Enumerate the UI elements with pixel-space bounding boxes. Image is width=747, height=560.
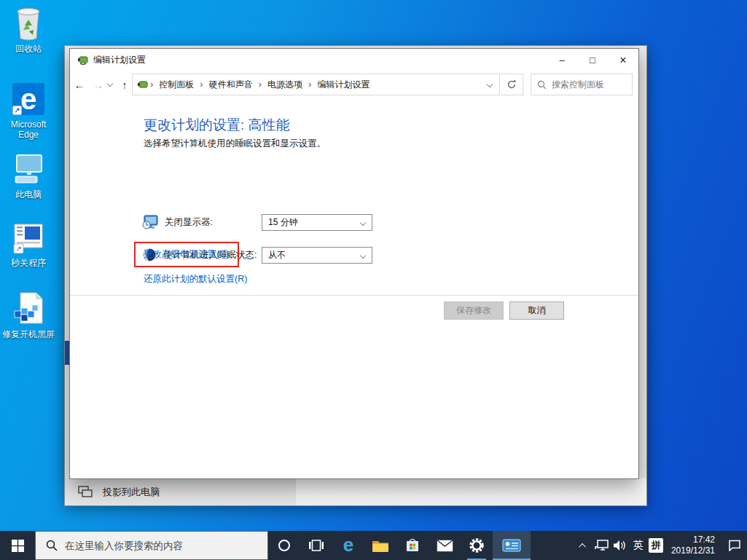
svg-text:↗: ↗	[15, 245, 21, 253]
folder-icon	[372, 539, 389, 553]
minimize-button[interactable]: –	[547, 50, 577, 71]
settings-button[interactable]	[461, 531, 493, 560]
navigation-bar: ← → ↑ › 控制面板 › 硬件和声音 › 电源选项 › 编辑计划设置	[70, 71, 638, 98]
address-bar[interactable]: › 控制面板 › 硬件和声音 › 电源选项 › 编辑计划设置	[132, 74, 500, 95]
turn-off-display-select[interactable]: 15 分钟	[262, 214, 372, 231]
desktop-icon-fix-black-screen[interactable]: 修复开机黑屏	[1, 290, 55, 339]
desktop-icon-label: 秒关程序	[1, 258, 55, 268]
breadcrumb-separator: ›	[307, 79, 313, 91]
volume-tray-button[interactable]	[611, 531, 629, 560]
program-window-icon: ↗	[1, 218, 55, 256]
maximize-button[interactable]: □	[577, 50, 608, 71]
project-to-pc-label: 投影到此电脑	[103, 486, 160, 499]
edge-icon: e	[339, 536, 358, 555]
breadcrumb-separator: ›	[198, 79, 204, 91]
selected-value: 从不	[268, 249, 286, 261]
combo-chevron-icon	[360, 220, 366, 226]
cortana-icon	[278, 539, 291, 552]
display-icon	[142, 215, 158, 230]
breadcrumb-separator: ›	[149, 79, 155, 91]
desktop-icon-recycle-bin[interactable]: 回收站	[1, 4, 55, 54]
control-panel-search[interactable]	[531, 74, 633, 95]
breadcrumb-power-options[interactable]: 电源选项	[263, 79, 307, 91]
mail-button[interactable]	[429, 531, 461, 560]
projector-icon	[78, 486, 93, 498]
forward-button[interactable]: →	[89, 79, 108, 91]
power-options-icon	[137, 79, 149, 90]
task-view-icon	[309, 540, 324, 551]
desktop-icon-label: 此电脑	[1, 189, 55, 200]
search-icon	[46, 540, 58, 551]
highlight-box: 更改高级电源设置(C)	[134, 242, 239, 267]
search-input[interactable]	[552, 79, 625, 90]
titlebar: 编辑计划设置 – □ ×	[70, 49, 638, 71]
refresh-button[interactable]	[501, 74, 523, 95]
control-panel-icon	[502, 538, 521, 553]
ime-mode-button[interactable]: 拼	[647, 531, 665, 560]
breadcrumb-edit-plan-settings[interactable]: 编辑计划设置	[313, 79, 374, 91]
power-options-icon	[77, 54, 89, 66]
speaker-icon	[613, 540, 626, 551]
registry-file-icon	[1, 290, 55, 328]
pinyin-ime-icon: 拼	[649, 538, 663, 553]
recent-pages-chevron-icon[interactable]	[107, 80, 113, 86]
page-subtitle: 选择希望计算机使用的睡眠设置和显示设置。	[144, 138, 326, 150]
desktop-icon-label: Microsoft Edge	[1, 119, 55, 140]
store-icon	[404, 537, 421, 553]
microsoft-store-button[interactable]	[396, 531, 429, 560]
desktop-icon-second-close-program[interactable]: ↗ 秒关程序	[1, 218, 55, 268]
selected-value: 15 分钟	[268, 216, 298, 229]
desktop-icon-this-pc[interactable]: 此电脑	[1, 150, 55, 200]
desktop-icon-microsoft-edge[interactable]: e↗ Microsoft Edge	[1, 80, 55, 140]
control-panel-taskbar-button[interactable]	[493, 531, 531, 560]
search-icon	[537, 80, 547, 90]
edge-icon: e↗	[1, 80, 55, 118]
gear-icon	[469, 537, 485, 553]
network-tray-button[interactable]	[592, 531, 611, 560]
task-view-button[interactable]	[300, 531, 332, 560]
cancel-button[interactable]: 取消	[509, 301, 564, 320]
cortana-button[interactable]	[268, 531, 300, 560]
turn-off-display-label: 关闭显示器:	[165, 216, 213, 229]
window-title: 编辑计划设置	[93, 54, 547, 66]
mail-icon	[437, 540, 453, 552]
breadcrumb-hardware-sound[interactable]: 硬件和声音	[205, 79, 257, 91]
close-button[interactable]: ×	[608, 50, 638, 71]
windows-logo-icon	[12, 540, 24, 552]
change-advanced-power-settings-link[interactable]: 更改高级电源设置(C)	[144, 249, 229, 259]
taskbar-search-input[interactable]	[65, 540, 247, 551]
ime-language-indicator[interactable]: 英	[629, 531, 647, 560]
project-to-pc-bar: 投影到此电脑	[65, 478, 646, 505]
taskbar-search[interactable]	[35, 531, 268, 560]
breadcrumb-separator: ›	[257, 79, 263, 91]
taskbar-edge-button[interactable]: e	[332, 531, 364, 560]
address-dropdown-chevron-icon[interactable]	[487, 82, 493, 87]
breadcrumb-control-panel[interactable]: 控制面板	[155, 79, 198, 91]
page-title: 更改计划的设置: 高性能	[144, 116, 290, 135]
clock-date: 2019/12/31	[671, 545, 715, 556]
sleep-select[interactable]: 从不	[262, 247, 372, 264]
taskbar: e	[0, 531, 747, 560]
system-tray: 英 拼 17:42 2019/12/31	[574, 531, 747, 560]
refresh-icon	[507, 79, 517, 90]
start-button[interactable]	[0, 531, 35, 560]
save-changes-button[interactable]: 保存修改	[444, 301, 504, 320]
action-center-button[interactable]	[722, 531, 747, 560]
combo-chevron-icon	[360, 253, 366, 259]
edit-plan-settings-window: 编辑计划设置 – □ × ← → ↑ › 控制面板 › 硬件和声音 › 电源选项…	[69, 48, 639, 479]
this-pc-icon	[1, 150, 55, 188]
turn-off-display-row: 关闭显示器:	[142, 215, 213, 230]
svg-text:e: e	[343, 536, 353, 555]
network-icon	[595, 540, 609, 551]
action-center-icon	[728, 540, 741, 551]
divider	[70, 295, 638, 296]
file-explorer-button[interactable]	[364, 531, 396, 560]
recycle-bin-icon	[1, 4, 55, 42]
restore-default-settings-link[interactable]: 还原此计划的默认设置(R)	[144, 274, 247, 284]
desktop-icon-label: 修复开机黑屏	[1, 329, 55, 339]
shortcut-arrow-icon: ↗	[12, 106, 22, 115]
back-button[interactable]: ←	[70, 79, 89, 91]
chevron-up-icon	[579, 543, 586, 550]
tray-chevron-up[interactable]	[574, 531, 592, 560]
taskbar-clock[interactable]: 17:42 2019/12/31	[665, 535, 722, 556]
